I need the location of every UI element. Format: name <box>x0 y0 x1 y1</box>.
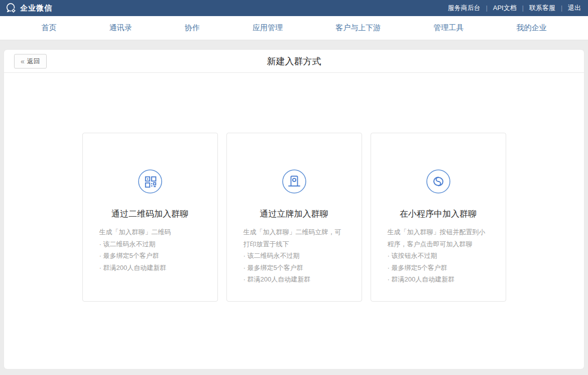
card-bullet-list: · 该二维码永不过期 · 最多绑定5个客户群 · 群满200人自动建新群 <box>99 238 201 274</box>
api-docs-link[interactable]: API文档 <box>492 4 518 13</box>
provider-console-link[interactable]: 服务商后台 <box>447 4 482 13</box>
content-panel: « 返回 新建入群方式 通过二维码加入群聊 <box>4 50 584 369</box>
card-bullet: · 群满200人自动建新群 <box>99 262 201 274</box>
card-bullet: · 群满200人自动建新群 <box>388 273 489 286</box>
topbar: 企业微信 服务商后台 | API文档 | 联系客服 | 退出 <box>0 0 588 16</box>
card-bullet-list: · 该按钮永不过期 · 最多绑定5个客户群 · 群满200人自动建新群 <box>388 250 489 286</box>
card-description: 生成「加入群聊」二维码 <box>99 226 201 238</box>
topbar-links: 服务商后台 | API文档 | 联系客服 | 退出 <box>447 4 582 13</box>
back-chevron-icon: « <box>21 57 25 65</box>
card-join-in-mini-program[interactable]: 在小程序中加入群聊 生成「加入群聊」按钮并配置到小程序，客户点击即可加入群聊 ·… <box>371 133 506 302</box>
main-nav: 首页 通讯录 协作 应用管理 客户与上下游 管理工具 我的企业 <box>0 16 588 40</box>
back-button-label: 返回 <box>27 57 40 66</box>
card-bullet: · 该按钮永不过期 <box>388 250 489 262</box>
contact-support-link[interactable]: 联系客服 <box>528 4 556 13</box>
card-description: 生成「加入群聊」二维码立牌，可打印放置于线下 <box>244 226 345 250</box>
card-description: 生成「加入群聊」按钮并配置到小程序，客户点击即可加入群聊 <box>388 226 489 250</box>
link-separator: | <box>486 5 488 12</box>
card-bullet-list: · 该二维码永不过期 · 最多绑定5个客户群 · 群满200人自动建新群 <box>244 250 345 286</box>
brand: 企业微信 <box>5 2 52 14</box>
nav-item-app-management[interactable]: 应用管理 <box>253 23 283 33</box>
card-bullet: · 最多绑定5个客户群 <box>244 262 345 274</box>
card-join-by-stand-sign[interactable]: 通过立牌加入群聊 生成「加入群聊」二维码立牌，可打印放置于线下 · 该二维码永不… <box>226 133 362 302</box>
page-header: « 返回 新建入群方式 <box>4 50 584 73</box>
nav-item-home[interactable]: 首页 <box>42 23 57 33</box>
mini-program-icon <box>371 169 506 196</box>
card-join-by-qrcode[interactable]: 通过二维码加入群聊 生成「加入群聊」二维码 · 该二维码永不过期 · 最多绑定5… <box>82 133 218 302</box>
link-separator: | <box>522 5 524 12</box>
back-button[interactable]: « 返回 <box>14 54 47 68</box>
nav-item-contacts[interactable]: 通讯录 <box>109 23 132 33</box>
card-bullet: · 最多绑定5个客户群 <box>388 262 489 274</box>
nav-item-customers[interactable]: 客户与上下游 <box>335 23 381 33</box>
card-title: 在小程序中加入群聊 <box>371 208 506 220</box>
card-bullet: · 群满200人自动建新群 <box>244 273 345 286</box>
qrcode-icon <box>83 169 217 196</box>
nav-item-my-company[interactable]: 我的企业 <box>516 23 546 33</box>
card-bullet: · 该二维码永不过期 <box>244 250 345 262</box>
card-bullet: · 最多绑定5个客户群 <box>99 250 201 262</box>
nav-item-collaboration[interactable]: 协作 <box>185 23 200 33</box>
card-title: 通过二维码加入群聊 <box>83 208 217 220</box>
link-separator: | <box>561 5 562 12</box>
card-bullet: · 该二维码永不过期 <box>99 238 201 250</box>
brand-name: 企业微信 <box>20 4 52 13</box>
join-method-cards: 通过二维码加入群聊 生成「加入群聊」二维码 · 该二维码永不过期 · 最多绑定5… <box>4 73 584 302</box>
wework-bubble-logo-icon <box>5 2 17 14</box>
stand-sign-icon <box>227 169 362 196</box>
logout-link[interactable]: 退出 <box>567 4 582 13</box>
card-title: 通过立牌加入群聊 <box>227 208 362 220</box>
page-title: 新建入群方式 <box>4 50 584 73</box>
nav-item-admin-tools[interactable]: 管理工具 <box>433 23 463 33</box>
